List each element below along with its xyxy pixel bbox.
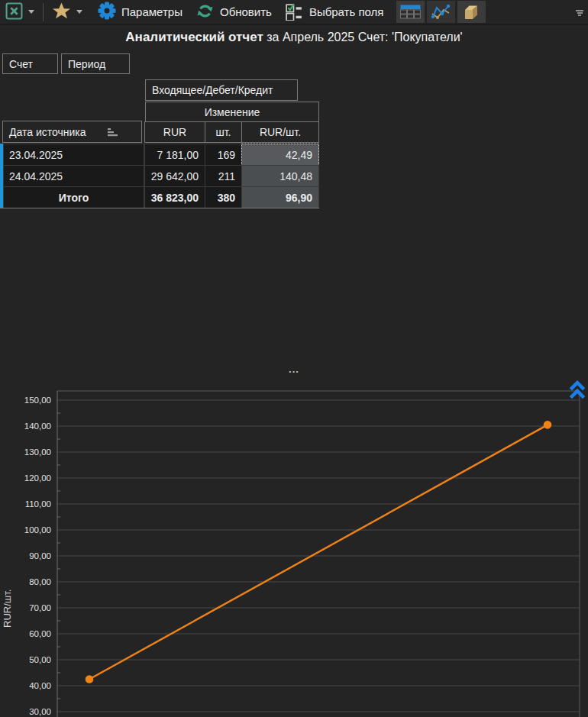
cell-qty-1[interactable]: 169 (205, 144, 242, 166)
table-view-icon (400, 4, 421, 20)
chart-panel: 30,0040,0050,0060,0070,0080,0090,00100,0… (0, 382, 588, 717)
column-header-rate[interactable]: RUR/шт. (241, 121, 319, 143)
line-chart: 30,0040,0050,0060,0070,0080,0090,00100,0… (0, 382, 588, 717)
cube-icon (462, 3, 481, 21)
cube-view-button[interactable] (457, 1, 486, 23)
table-view-button[interactable] (396, 1, 425, 23)
svg-text:80,00: 80,00 (29, 577, 51, 586)
select-fields-label: Выбрать поля (309, 5, 384, 18)
svg-text:130,00: 130,00 (24, 447, 51, 457)
toolbar-separator (43, 3, 44, 21)
column-header-rur[interactable]: RUR (144, 121, 205, 143)
svg-text:150,00: 150,00 (24, 396, 51, 405)
chart-view-icon (430, 4, 451, 21)
cell-total-label[interactable]: Итого (3, 186, 144, 208)
svg-text:90,00: 90,00 (29, 551, 51, 560)
favorites-dropdown-button[interactable] (76, 10, 82, 14)
cell-rate-1-selected[interactable]: 42,49 (241, 144, 319, 166)
cell-rur-1[interactable]: 7 181,00 (144, 144, 205, 166)
filter-period-button[interactable]: Период (61, 53, 130, 74)
export-excel-button[interactable] (5, 2, 23, 22)
svg-text:60,00: 60,00 (29, 629, 51, 638)
excel-icon (5, 2, 23, 22)
svg-text:100,00: 100,00 (24, 525, 51, 535)
svg-text:30,00: 30,00 (29, 707, 51, 716)
chart-view-button[interactable] (427, 1, 455, 23)
cell-date-2[interactable]: 24.04.2025 (3, 165, 144, 187)
splitter-handle[interactable]: ... (0, 365, 588, 377)
refresh-icon (195, 2, 215, 23)
chart-collapse-button[interactable] (568, 380, 586, 400)
cell-total-qty[interactable]: 380 (205, 186, 242, 208)
pivot-subgroup-header[interactable]: Изменение (145, 102, 319, 122)
chart-y-axis-title: RUR/шт. (2, 551, 13, 628)
select-fields-button[interactable]: Выбрать поля (285, 2, 384, 23)
svg-text:50,00: 50,00 (29, 655, 51, 664)
table-bottom-border (0, 208, 319, 208)
toolbar: Параметры Обновить (0, 0, 588, 25)
cell-total-rur[interactable]: 36 823,00 (144, 186, 205, 208)
double-chevron-up-icon (568, 380, 586, 400)
gear-icon (98, 2, 116, 22)
analytical-report-window: Параметры Обновить (0, 0, 588, 717)
star-icon (52, 2, 71, 22)
view-toggle-group (394, 1, 486, 23)
svg-text:110,00: 110,00 (25, 499, 51, 509)
refresh-label: Обновить (220, 5, 272, 18)
svg-text:70,00: 70,00 (29, 603, 51, 612)
report-title-suffix: за Апрель 2025 Счет: 'Покупатели' (263, 31, 463, 44)
pivot-row-dimension-header[interactable]: Дата источника (2, 121, 142, 143)
cell-date-1[interactable]: 23.04.2025 (3, 144, 144, 166)
panel-more-icon[interactable] (576, 10, 583, 16)
parameters-label: Параметры (121, 5, 183, 18)
svg-text:140,00: 140,00 (24, 421, 51, 431)
chevron-down-icon (76, 10, 82, 14)
export-dropdown-button[interactable] (28, 10, 34, 14)
parameters-button[interactable]: Параметры (98, 2, 183, 22)
checklist-icon (285, 2, 304, 23)
pivot-column-group-header[interactable]: Входящее/Дебет/Кредит (145, 79, 298, 101)
cell-total-rate[interactable]: 96,90 (241, 186, 319, 208)
report-title-main: Аналитический отчет (125, 30, 263, 44)
refresh-button[interactable]: Обновить (195, 2, 272, 23)
favorites-button[interactable] (52, 2, 71, 22)
cell-qty-2[interactable]: 211 (205, 165, 242, 187)
cell-rur-2[interactable]: 29 642,00 (144, 165, 205, 187)
report-title: Аналитический отчет за Апрель 2025 Счет:… (0, 30, 588, 45)
filter-account-button[interactable]: Счет (2, 53, 58, 74)
row-dimension-label: Дата источника (9, 126, 86, 138)
svg-text:120,00: 120,00 (24, 473, 51, 483)
svg-text:40,00: 40,00 (29, 681, 51, 690)
chevron-down-icon (28, 10, 34, 14)
cell-rate-2[interactable]: 140,48 (241, 165, 319, 187)
sort-ascending-icon[interactable] (108, 128, 118, 137)
column-header-qty[interactable]: шт. (205, 121, 242, 143)
